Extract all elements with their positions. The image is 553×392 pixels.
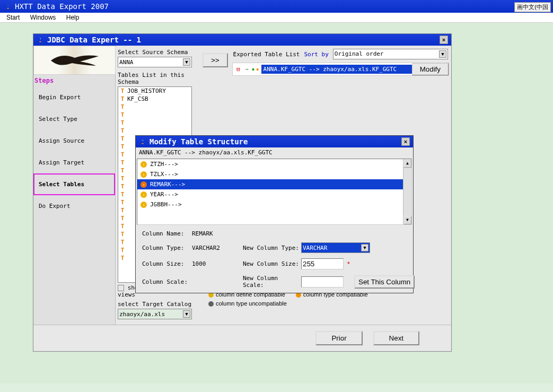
app-titlebar: HXTT Data Export 2007 [0, 0, 553, 13]
schema-value: ANNA [119, 59, 134, 66]
sortby-dropdown[interactable]: Original order ▼ [333, 49, 448, 59]
col-name-label: Column Name: [142, 230, 190, 237]
table-icon: T [119, 95, 126, 102]
table-icon: T [119, 103, 126, 110]
new-type-dropdown[interactable]: VARCHAR ▼ [301, 242, 370, 253]
app-title: HXTT Data Export 2007 [15, 2, 109, 11]
show-tables-checkbox[interactable] [118, 285, 124, 291]
new-type-label: New Column Type: [243, 245, 301, 251]
column-item: ›TZLX---> [137, 169, 403, 179]
steps-panel: Steps Begin Export Select Type Assign So… [33, 46, 116, 340]
java-icon [139, 138, 146, 145]
chevron-down-icon: ▼ [439, 50, 446, 58]
table-icon: T [119, 247, 126, 254]
arrow-right-icon: › [141, 181, 147, 188]
modal-titlebar: Modify Table Structure × [136, 136, 413, 147]
table-row: T [118, 103, 191, 111]
language-badge[interactable]: 画中文(中国 [514, 2, 551, 12]
table-icon: T [119, 175, 126, 182]
col-type-value: VARCHAR2 [190, 245, 243, 251]
transfer-button[interactable]: >> [203, 53, 228, 67]
table-icon: T [119, 183, 126, 190]
column-item: ›JGBBH---> [137, 199, 403, 210]
bottom-bar: Prior Next [33, 325, 451, 351]
desktop-area: JDBC Data Expert -- 1 × Steps Begin Expo… [0, 23, 553, 384]
close-icon[interactable]: × [440, 36, 448, 44]
new-size-label: New Column Size: [243, 260, 301, 267]
col-scale-label: Column Scale: [142, 278, 190, 285]
menubar: Start Windows Help [0, 13, 553, 23]
table-icon: T [119, 119, 126, 126]
step-do-export[interactable]: Do Export [33, 195, 115, 217]
set-column-button[interactable]: Set This Column [354, 275, 415, 289]
step-assign-source[interactable]: Assign Source [33, 130, 115, 152]
table-row: T [118, 119, 191, 127]
column-item: ›ZTZH---> [137, 159, 403, 169]
col-size-value: 1000 [190, 260, 243, 267]
eagle-image [33, 46, 116, 75]
table-icon: T [119, 255, 126, 262]
export-row[interactable]: ⊟ → •• ANNA.KF_GGTC --> zhaoyx/aa.xls.KF… [232, 63, 449, 76]
modify-button[interactable]: Modify [412, 63, 449, 75]
dot-gray-icon [208, 301, 214, 307]
catalog-label: select Target Catalog [118, 300, 198, 309]
col-type-label: Column Type: [142, 245, 190, 251]
chevron-down-icon: ▼ [183, 310, 190, 318]
table-icon: T [119, 127, 126, 134]
table-icon: T [119, 143, 126, 150]
table-icon: T [119, 191, 126, 198]
col-size-label: Column Size: [142, 260, 190, 267]
step-begin-export[interactable]: Begin Export [33, 86, 115, 108]
remove-icon: ⊟ [235, 66, 242, 73]
modal-title: Modify Table Structure [150, 137, 248, 146]
table-icon: T [119, 167, 126, 174]
jdbc-title: JDBC Data Expert -- 1 [47, 36, 141, 44]
table-icon: T [119, 159, 126, 166]
table-icon: T [119, 135, 126, 142]
jdbc-titlebar: JDBC Data Expert -- 1 × [33, 34, 451, 46]
chevron-down-icon: ▼ [361, 244, 368, 251]
modal-path: ANNA.KF_GGTC --> zhaoyx/aa.xls.KF_GGTC [136, 147, 413, 158]
table-icon: T [119, 223, 126, 230]
next-button[interactable]: Next [373, 331, 419, 345]
arrow-right-icon: › [141, 202, 147, 208]
column-list[interactable]: ›ZTZH---> ›TZLX---> ›REMARK---> ›YEAR---… [137, 159, 412, 225]
step-assign-target[interactable]: Assign Target [33, 152, 115, 173]
java-icon [37, 36, 44, 43]
close-icon[interactable]: × [401, 137, 410, 146]
step-select-type[interactable]: Select Type [33, 108, 115, 130]
sortby-value: Original order [335, 50, 384, 58]
prior-button[interactable]: Prior [315, 331, 362, 345]
scroll-down-icon[interactable]: ▼ [403, 216, 411, 224]
scroll-up-icon[interactable]: ▲ [403, 159, 411, 168]
table-icon: T [119, 207, 126, 214]
new-scale-input[interactable] [301, 276, 344, 288]
new-size-input[interactable] [301, 258, 344, 269]
table-row: T [118, 127, 191, 135]
arrow-right-icon: › [141, 171, 147, 178]
export-header: Exported Table List Sort by Original ord… [232, 48, 449, 60]
table-icon: T [119, 239, 126, 246]
step-select-tables[interactable]: Select Tables [33, 173, 115, 195]
menu-help[interactable]: Help [62, 13, 84, 22]
table-icon: T [119, 88, 126, 94]
column-item: ›YEAR---> [137, 189, 403, 199]
modify-structure-modal: Modify Table Structure × ANNA.KF_GGTC --… [135, 135, 414, 293]
col-name-value: REMARK [190, 230, 243, 237]
new-type-value: VARCHAR [303, 245, 327, 251]
menu-windows[interactable]: Windows [26, 13, 60, 22]
catalog-dropdown[interactable]: zhaoyx/aa.xls ▼ [118, 309, 192, 319]
menu-start[interactable]: Start [2, 13, 24, 22]
chevron-down-icon: ▼ [183, 58, 190, 66]
status-dots-icon: •• [252, 66, 259, 73]
table-icon: T [119, 231, 126, 238]
schema-dropdown[interactable]: ANNA ▼ [118, 57, 192, 67]
column-item-selected: ›REMARK---> [137, 179, 403, 189]
table-icon: T [119, 199, 126, 206]
scrollbar[interactable]: ▲ ▼ [403, 159, 411, 224]
schema-label: Select Source Schema [118, 48, 198, 57]
table-icon: T [119, 151, 126, 158]
table-row: TKF_CSB [118, 95, 191, 103]
arrow-right-icon: › [141, 191, 147, 198]
steps-title: Steps [33, 75, 115, 86]
